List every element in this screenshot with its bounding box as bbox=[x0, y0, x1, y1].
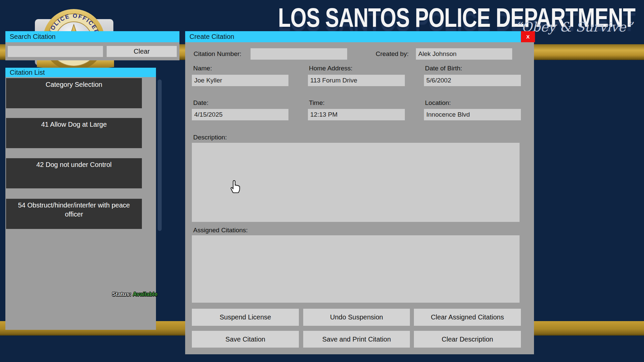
clear-assigned-citations-button[interactable]: Clear Assigned Citations bbox=[414, 309, 521, 326]
assigned-citations-area[interactable] bbox=[192, 235, 520, 303]
created-by-field[interactable] bbox=[416, 48, 512, 60]
location-field[interactable] bbox=[424, 109, 521, 120]
created-by-label: Created by: bbox=[376, 48, 409, 60]
home-address-label: Home Address: bbox=[309, 65, 353, 72]
citation-list-item[interactable]: 54 Obstruct/hinder/interfer with peace o… bbox=[6, 199, 142, 229]
citation-list-panel: Citation List Category Selection 41 Allo… bbox=[5, 68, 156, 330]
name-field[interactable] bbox=[192, 75, 288, 86]
desktop-background: LOS SANTOS POLICE DEPARTMENT “Obey & Sur… bbox=[0, 0, 644, 362]
time-label: Time: bbox=[309, 99, 325, 107]
status-label: Status: bbox=[112, 291, 131, 297]
save-and-print-citation-button[interactable]: Save and Print Citation bbox=[303, 331, 410, 348]
search-input[interactable] bbox=[8, 46, 103, 57]
search-panel-title: Search Citation bbox=[10, 33, 56, 41]
hand-cursor-icon bbox=[229, 179, 243, 194]
suspend-license-button[interactable]: Suspend License bbox=[192, 309, 299, 326]
description-label: Description: bbox=[193, 134, 227, 141]
time-field[interactable] bbox=[308, 109, 405, 120]
assigned-citations-label: Assigned Citations: bbox=[193, 227, 248, 234]
citation-number-label: Citation Number: bbox=[194, 48, 241, 60]
citation-list-scrollbar[interactable] bbox=[158, 79, 162, 231]
clear-search-button[interactable]: Clear bbox=[107, 46, 177, 57]
citation-number-field[interactable] bbox=[251, 48, 347, 60]
date-label: Date: bbox=[193, 99, 208, 107]
citation-list-item[interactable]: 41 Allow Dog at Large bbox=[6, 118, 142, 148]
search-panel-header: Search Citation bbox=[5, 31, 179, 42]
home-address-field[interactable] bbox=[308, 75, 405, 86]
status-badge: Status: Available bbox=[112, 291, 158, 298]
date-of-birth-label: Date of Birth: bbox=[425, 65, 462, 72]
create-citation-header: Create Citation bbox=[185, 31, 534, 42]
undo-suspension-button[interactable]: Undo Suspension bbox=[303, 309, 410, 326]
name-label: Name: bbox=[193, 65, 212, 72]
search-citation-panel: Search Citation Clear bbox=[5, 31, 179, 60]
citation-list-item[interactable]: 42 Dog not under Control bbox=[6, 158, 142, 188]
create-citation-title: Create Citation bbox=[190, 33, 234, 41]
location-label: Location: bbox=[425, 99, 451, 107]
status-value: Available bbox=[133, 291, 158, 297]
close-button[interactable]: X bbox=[521, 31, 535, 42]
citation-list-header: Citation List bbox=[5, 68, 156, 77]
date-field[interactable] bbox=[192, 109, 288, 120]
citation-list-title: Citation List bbox=[10, 69, 45, 76]
date-of-birth-field[interactable] bbox=[424, 75, 521, 86]
save-citation-button[interactable]: Save Citation bbox=[192, 331, 299, 348]
citation-list-item[interactable]: Category Selection bbox=[6, 78, 142, 108]
clear-description-button[interactable]: Clear Description bbox=[414, 331, 521, 348]
